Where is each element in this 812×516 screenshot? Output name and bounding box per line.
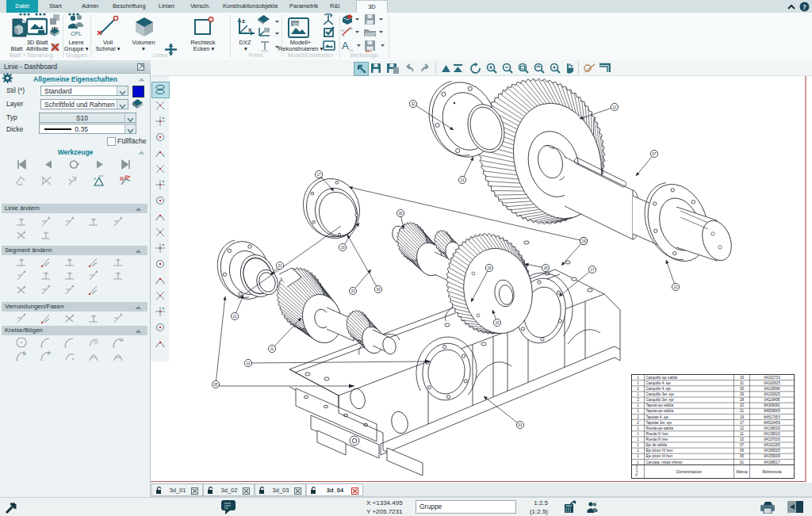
svg-text:Tapeta eje salida: Tapeta eje salida	[646, 403, 674, 407]
svg-text:1: 1	[637, 409, 639, 413]
svg-text:07: 07	[652, 152, 657, 156]
svg-text:31: 31	[278, 264, 282, 268]
svg-text:12: 12	[246, 361, 251, 365]
svg-text:1: 1	[637, 438, 639, 441]
svg-text:04119596: 04119596	[764, 387, 780, 391]
svg-text:06: 06	[398, 212, 403, 216]
svg-text:Casquillo 3er. eje: Casquillo 3er. eje	[646, 398, 675, 402]
svg-text:MOL: MOL	[341, 29, 348, 32]
svg-text:x: x	[248, 26, 252, 33]
svg-text:04138029: 04138029	[764, 426, 780, 430]
svg-text:PVD: PVD	[262, 49, 268, 52]
svg-text:10: 10	[495, 321, 500, 325]
svg-text:2: 2	[637, 415, 639, 419]
svg-text:CPL: CPL	[71, 31, 82, 36]
svg-text:Denominacion: Denominacion	[676, 469, 702, 474]
svg-text:Eje pinon IV tren: Eje pinon IV tren	[646, 449, 673, 453]
svg-text:29: 29	[487, 266, 492, 270]
svg-text:Tapetas 4. eje: Tapetas 4. eje	[646, 415, 669, 419]
svg-text:TXL: TXL	[348, 48, 354, 52]
svg-text:ABC: ABC	[366, 49, 372, 52]
svg-text:1: 1	[637, 443, 639, 447]
svg-text:1: 1	[637, 376, 639, 380]
svg-text:17: 17	[740, 421, 745, 425]
svg-text:1: 1	[637, 449, 639, 453]
svg-text:07: 07	[740, 443, 745, 447]
svg-text:31: 31	[740, 381, 745, 385]
svg-text:P: P	[48, 351, 51, 356]
svg-text:1: 1	[637, 381, 639, 385]
svg-text:04119495: 04119495	[764, 398, 780, 402]
svg-text:1: 1	[637, 403, 639, 407]
svg-text:2: 2	[637, 421, 639, 425]
svg-text:E: E	[23, 351, 26, 356]
svg-text:04168017: 04168017	[764, 461, 780, 464]
svg-text:Referencia: Referencia	[762, 469, 781, 474]
svg-text:H: H	[120, 338, 123, 342]
svg-text:1: 1	[637, 426, 639, 430]
svg-text:?: ?	[802, 3, 806, 11]
svg-text:84510459: 84510459	[764, 421, 780, 425]
svg-text:19: 19	[740, 415, 745, 419]
svg-text:3D: 3D	[293, 22, 299, 27]
svg-text:33: 33	[740, 376, 745, 380]
svg-text:Eje de salida: Eje de salida	[646, 443, 668, 447]
svg-text:29: 29	[740, 392, 745, 396]
svg-text:04101265: 04101265	[764, 443, 780, 447]
svg-text:Rueda III tren: Rueda III tren	[646, 438, 668, 441]
svg-text:84517353: 84517353	[764, 415, 780, 419]
svg-text:04137016: 04137016	[764, 438, 780, 441]
svg-text:12: 12	[612, 105, 617, 109]
svg-text:28: 28	[740, 398, 745, 402]
svg-text:01: 01	[740, 461, 745, 464]
svg-text:Eje pinon III tren: Eje pinon III tren	[646, 454, 673, 458]
svg-text:Tapeta eje salida: Tapeta eje salida	[646, 409, 674, 413]
svg-text:28: 28	[543, 266, 548, 270]
svg-text:Marca: Marca	[737, 469, 748, 474]
svg-text:Tapetas 3er. eje: Tapetas 3er. eje	[646, 421, 672, 425]
svg-text:1: 1	[637, 392, 639, 396]
svg-text:1.: 1.	[21, 182, 24, 186]
svg-text:04139010: 04139010	[764, 432, 780, 436]
svg-text:17: 17	[590, 268, 595, 272]
svg-text:+: +	[94, 176, 97, 181]
svg-text:z: z	[242, 17, 245, 25]
svg-text:33: 33	[350, 289, 355, 293]
svg-text:1: 1	[637, 461, 639, 464]
svg-text:19: 19	[340, 246, 345, 250]
svg-text:12: 12	[740, 426, 745, 430]
svg-text:05: 05	[740, 454, 745, 458]
svg-text:Rueda eje salida: Rueda eje salida	[646, 426, 674, 430]
svg-text:21: 21	[232, 315, 237, 319]
svg-text:21: 21	[460, 178, 465, 182]
svg-text:22: 22	[740, 403, 745, 407]
svg-text:32: 32	[411, 102, 416, 106]
svg-text:22: 22	[673, 285, 678, 289]
svg-text:Casquillo 4. eje: Casquillo 4. eje	[646, 381, 672, 385]
svg-text:2: 2	[637, 398, 639, 402]
svg-text:17: 17	[316, 173, 321, 177]
svg-text:04158025: 04158025	[764, 449, 780, 453]
svg-text:04102733: 04102733	[764, 376, 780, 380]
svg-text:Casquillo 3er. eje: Casquillo 3er. eje	[646, 392, 675, 396]
svg-text:19: 19	[581, 239, 586, 243]
svg-text:84309081: 84309081	[764, 403, 780, 407]
svg-text:Rueda IV tren: Rueda IV tren	[646, 432, 669, 436]
svg-text:2: 2	[637, 387, 639, 391]
svg-text:04102625: 04102625	[764, 392, 780, 396]
svg-text:11: 11	[270, 347, 274, 351]
svg-text:21: 21	[740, 409, 745, 413]
svg-text:Casquillo eje salida: Casquillo eje salida	[646, 376, 678, 380]
svg-text:30: 30	[740, 387, 745, 391]
svg-text:Casquillo 4. eje: Casquillo 4. eje	[646, 387, 672, 391]
svg-text:84509069: 84509069	[764, 409, 780, 413]
svg-text:30: 30	[376, 288, 381, 292]
svg-text:10: 10	[740, 438, 745, 441]
svg-text:04102625: 04102625	[764, 381, 780, 385]
svg-text:1: 1	[637, 454, 639, 458]
svg-text:1: 1	[637, 432, 639, 436]
svg-text:04159009: 04159009	[764, 454, 780, 458]
svg-text:11: 11	[740, 432, 744, 436]
svg-text:06: 06	[740, 449, 745, 453]
svg-text:05: 05	[213, 383, 218, 387]
